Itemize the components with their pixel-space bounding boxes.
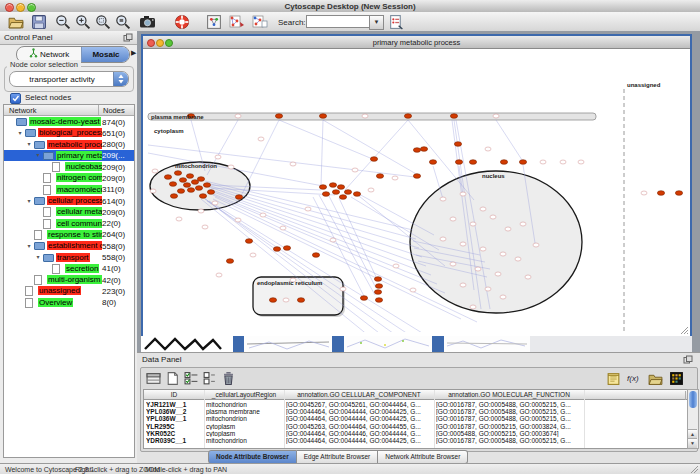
more-tabs-arrow-icon[interactable]: ▶: [131, 49, 136, 57]
function-builder-icon[interactable]: f(x): [627, 374, 642, 389]
network-node[interactable]: [344, 190, 351, 195]
network-node[interactable]: [197, 177, 204, 182]
save-session-icon[interactable]: [31, 14, 47, 30]
network-node[interactable]: [560, 160, 566, 164]
tree-row[interactable]: Overview8(0): [4, 297, 134, 308]
tree-row[interactable]: ▾metabolic process280(0): [4, 139, 134, 150]
network-node[interactable]: [362, 114, 368, 118]
network-node[interactable]: [283, 298, 289, 302]
network-node[interactable]: [420, 147, 427, 152]
network-node[interactable]: [480, 207, 486, 211]
network-node[interactable]: [470, 305, 476, 309]
network-node[interactable]: [500, 295, 506, 299]
float-panel-icon[interactable]: [123, 33, 133, 42]
network-node[interactable]: [404, 114, 411, 119]
network-canvas[interactable]: plasma membranecytoplasmmitochondrionnuc…: [143, 49, 686, 332]
network-node[interactable]: [368, 188, 374, 192]
network-node[interactable]: [493, 114, 499, 118]
tree-row[interactable]: macromolecule311(0): [4, 184, 134, 195]
network-node[interactable]: [460, 283, 466, 287]
network-node[interactable]: [164, 175, 171, 180]
attribute-select-icon[interactable]: [146, 371, 161, 386]
network-node[interactable]: [228, 165, 234, 169]
network-node[interactable]: [375, 298, 382, 303]
scrollbar-thumb[interactable]: [689, 391, 697, 408]
tree-row[interactable]: response to stimulu264(0): [4, 229, 134, 240]
network-node[interactable]: [152, 169, 158, 173]
network-node[interactable]: [475, 267, 481, 271]
network-node[interactable]: [235, 218, 241, 222]
network-node[interactable]: [207, 190, 214, 195]
select-attributes-icon[interactable]: [184, 371, 199, 386]
network-node[interactable]: [329, 183, 336, 188]
network-manager-icon[interactable]: [206, 14, 222, 30]
network-node[interactable]: [505, 227, 511, 231]
notes-icon[interactable]: [606, 371, 621, 386]
network-node[interactable]: [169, 182, 176, 187]
search-config-icon[interactable]: [388, 14, 404, 30]
network-node[interactable]: [332, 190, 339, 195]
tree-row[interactable]: secretion41(0): [4, 263, 134, 274]
expand-triangle-icon[interactable]: ▾: [25, 197, 33, 204]
network-node[interactable]: [269, 298, 276, 303]
network-node[interactable]: [290, 162, 296, 166]
network-node[interactable]: [500, 160, 507, 165]
network-node[interactable]: [212, 201, 218, 205]
network-node[interactable]: [195, 186, 202, 191]
network-node[interactable]: [450, 262, 456, 266]
network-node[interactable]: [319, 185, 326, 190]
column-header[interactable]: _cellularLayoutRegion: [204, 391, 285, 400]
network-node[interactable]: [235, 195, 242, 200]
table-row[interactable]: YKR052Ccytoplasm[GO:0044464, GO:0044446,…: [144, 430, 687, 437]
network-node[interactable]: [454, 142, 461, 147]
network-node[interactable]: [455, 160, 462, 165]
network-node[interactable]: [353, 192, 360, 197]
node-color-dropdown[interactable]: transporter activity: [9, 71, 129, 87]
network-node[interactable]: [187, 188, 194, 193]
network-node[interactable]: [322, 192, 329, 197]
network-node[interactable]: [515, 257, 521, 261]
network-node[interactable]: [450, 217, 456, 221]
network-node[interactable]: [392, 176, 398, 180]
network-node[interactable]: [174, 171, 181, 176]
network-node[interactable]: [440, 237, 446, 241]
network-node[interactable]: [245, 239, 252, 244]
unselect-attributes-icon[interactable]: [202, 371, 217, 386]
network-node[interactable]: [250, 253, 256, 257]
network-node[interactable]: [305, 207, 311, 211]
network-node[interactable]: [258, 137, 264, 141]
network-node[interactable]: [393, 264, 399, 268]
network-node[interactable]: [176, 217, 182, 221]
column-header[interactable]: annotation.GO MOLECULAR_FUNCTION: [434, 391, 585, 400]
network-node[interactable]: [177, 189, 184, 194]
network-node[interactable]: [352, 168, 358, 172]
network-node[interactable]: [374, 290, 381, 295]
select-nodes-checkbox[interactable]: [10, 93, 21, 104]
tree-row[interactable]: ▾cellular process614(0): [4, 195, 134, 206]
zoom-in-icon[interactable]: [75, 14, 91, 30]
network-node[interactable]: [469, 160, 476, 165]
help-icon[interactable]: [174, 14, 190, 30]
network-node[interactable]: [183, 183, 190, 188]
search-input[interactable]: [306, 15, 370, 28]
tree-row[interactable]: mosaic-demo-yeast874(0): [4, 116, 134, 127]
network-node[interactable]: [374, 277, 381, 282]
network-node[interactable]: [179, 178, 186, 183]
network-window-titlebar[interactable]: primary metabolic process: [143, 36, 690, 49]
network-node[interactable]: [330, 238, 336, 242]
network-node[interactable]: [339, 195, 346, 200]
table-row[interactable]: YLR295Ccytoplasm[GO:0045263, GO:0044464,…: [144, 422, 687, 429]
app-resize-grip[interactable]: [690, 465, 699, 474]
tab-network-attribute-browser[interactable]: Network Attribute Browser: [378, 450, 468, 464]
network-node[interactable]: [460, 192, 466, 196]
network-node[interactable]: [657, 191, 664, 196]
tab-node-attribute-browser[interactable]: Node Attribute Browser: [208, 450, 297, 464]
column-header[interactable]: [584, 391, 686, 400]
network-node[interactable]: [375, 284, 382, 289]
network-node[interactable]: [312, 253, 319, 258]
expand-triangle-icon[interactable]: ▾: [25, 242, 33, 249]
table-row[interactable]: YDR039C__1mitochondrion[GO:0044464, GO:0…: [144, 437, 687, 444]
tree-row[interactable]: nitrogen compo209(0): [4, 172, 134, 183]
tab-edge-attribute-browser[interactable]: Edge Attribute Browser: [297, 450, 378, 464]
create-view-icon[interactable]: [252, 14, 268, 30]
